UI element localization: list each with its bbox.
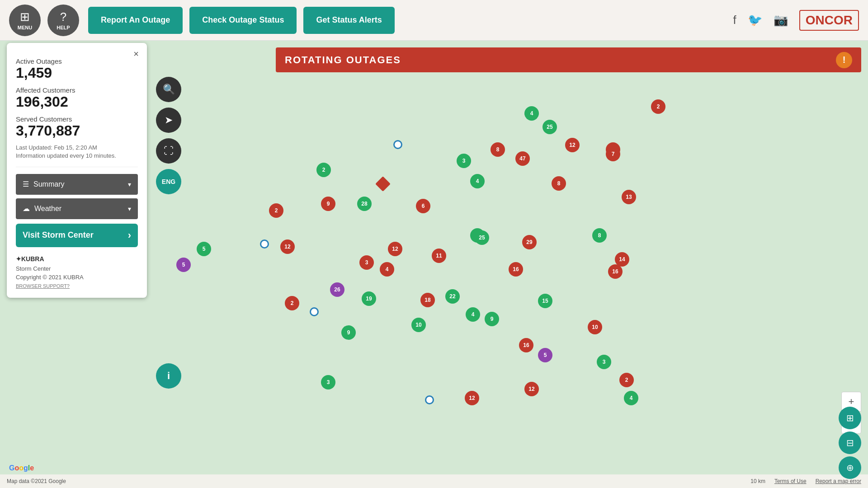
outage-marker[interactable]: 12 <box>388 242 402 256</box>
outage-marker[interactable]: 4 <box>380 262 394 277</box>
served-customers-label: Served Customers <box>16 115 138 123</box>
location-button[interactable]: ➤ <box>156 108 181 133</box>
active-outages-section: Active Outages 1,459 <box>16 57 138 81</box>
outage-marker[interactable]: 10 <box>411 318 426 332</box>
kubra-section: ✦KUBRA Storm Center Copyright © 2021 KUB… <box>16 254 138 289</box>
outage-marker[interactable]: 12 <box>280 239 295 254</box>
outage-marker[interactable]: 3 <box>597 355 611 369</box>
outage-marker[interactable]: 16 <box>608 264 623 279</box>
outage-marker[interactable]: 25 <box>475 230 489 245</box>
outage-marker[interactable]: 3 <box>359 255 374 270</box>
outage-marker[interactable]: 18 <box>420 293 435 307</box>
served-customers-section: Served Customers 3,770,887 <box>16 115 138 139</box>
language-button[interactable]: ENG <box>156 169 181 194</box>
outage-marker[interactable]: 2 <box>269 203 283 218</box>
outage-marker[interactable]: 2 <box>619 373 634 387</box>
outage-marker[interactable]: 25 <box>542 120 557 134</box>
fullscreen-button[interactable]: ⛶ <box>156 138 181 164</box>
google-logo: Google <box>9 464 34 472</box>
globe-icon: ⊕ <box>846 462 854 473</box>
outage-marker[interactable]: 12 <box>465 391 479 405</box>
outage-marker[interactable]: 2 <box>316 163 331 177</box>
outage-marker[interactable]: 16 <box>519 338 533 352</box>
browser-support-link[interactable]: BROWSER SUPPORT? <box>16 283 138 289</box>
outage-marker[interactable]: 22 <box>445 289 460 304</box>
weather-toggle-button[interactable]: ☁ Weather ▾ <box>16 198 138 219</box>
outage-marker[interactable]: 9 <box>341 325 356 340</box>
outage-marker[interactable]: 4 <box>524 106 539 121</box>
weather-arrow-icon: ▾ <box>128 205 131 212</box>
outage-marker[interactable]: 7 <box>606 147 620 161</box>
outage-marker[interactable]: 19 <box>362 291 376 306</box>
outage-marker[interactable]: 8 <box>592 228 607 243</box>
get-alerts-button[interactable]: Get Status Alerts <box>303 7 394 34</box>
twitter-icon[interactable]: 🐦 <box>748 13 762 27</box>
outage-marker[interactable]: 9 <box>485 312 499 326</box>
sidebar-close-button[interactable]: × <box>130 47 142 60</box>
check-status-button[interactable]: Check Outage Status <box>189 7 297 34</box>
outage-marker[interactable]: 11 <box>432 249 446 263</box>
info-icon: i <box>167 370 170 382</box>
instagram-icon[interactable]: 📷 <box>774 13 788 27</box>
outage-marker[interactable]: 3 <box>321 375 335 389</box>
grid-icon: ⊞ <box>20 10 30 24</box>
outage-marker[interactable]: 47 <box>515 151 530 166</box>
outage-marker[interactable]: 2 <box>285 296 299 310</box>
copyright-text: Copyright © 2021 KUBRA <box>16 274 138 281</box>
location-marker[interactable] <box>425 395 434 404</box>
outage-marker[interactable]: 28 <box>357 197 372 211</box>
outage-marker[interactable]: 15 <box>538 294 552 308</box>
outage-marker[interactable]: 5 <box>538 348 552 362</box>
outage-marker[interactable]: 2 <box>651 99 665 114</box>
header: ⊞ MENU ? HELP Report An Outage Check Out… <box>0 0 868 41</box>
outage-marker[interactable]: 4 <box>470 174 485 188</box>
outage-marker[interactable]: 10 <box>588 320 602 334</box>
search-icon: 🔍 <box>163 84 175 95</box>
help-button[interactable]: ? HELP <box>47 5 79 36</box>
outage-marker[interactable]: 16 <box>509 262 523 277</box>
header-left: ⊞ MENU ? HELP <box>9 5 79 36</box>
summary-label: Summary <box>33 180 123 188</box>
sidebar-panel: × Active Outages 1,459 Affected Customer… <box>7 43 147 298</box>
outage-marker[interactable]: 29 <box>522 235 537 249</box>
language-label: ENG <box>162 178 175 185</box>
map-data-label: Map data ©2021 Google <box>7 478 66 484</box>
outage-marker[interactable]: 5 <box>197 242 211 256</box>
sidebar-divider <box>16 167 138 167</box>
outage-marker[interactable]: 3 <box>457 154 471 168</box>
menu-button[interactable]: ⊞ MENU <box>9 5 41 36</box>
rotating-outages-banner: ROTATING OUTAGES ! <box>276 47 861 72</box>
location-marker[interactable] <box>393 140 402 149</box>
report-error-link[interactable]: Report a map error <box>816 478 861 484</box>
location-marker[interactable] <box>260 239 269 249</box>
facebook-icon[interactable]: f <box>733 13 736 27</box>
active-outages-label: Active Outages <box>16 57 138 65</box>
map-type-button[interactable]: ⊟ <box>839 432 861 454</box>
affected-customers-section: Affected Customers 196,302 <box>16 86 138 110</box>
terms-link[interactable]: Terms of Use <box>774 478 807 484</box>
globe-button[interactable]: ⊕ <box>839 456 861 479</box>
list-icon: ☰ <box>23 180 29 188</box>
outage-marker[interactable]: 5 <box>176 258 191 272</box>
location-marker[interactable] <box>310 307 319 316</box>
outage-marker[interactable]: 9 <box>321 197 335 211</box>
header-right: f 🐦 📷 ONCOR <box>733 10 859 31</box>
outage-marker[interactable]: 26 <box>330 282 344 297</box>
outage-marker[interactable]: 12 <box>524 382 539 396</box>
search-map-button[interactable]: 🔍 <box>156 77 181 102</box>
report-outage-button[interactable]: Report An Outage <box>88 7 183 34</box>
outage-marker[interactable]: 8 <box>491 142 505 157</box>
visit-storm-center-button[interactable]: Visit Storm Center › <box>16 224 138 247</box>
outage-marker[interactable]: 6 <box>416 199 430 213</box>
map-layer-controls: ⊞ ⊟ ⊕ <box>839 407 861 479</box>
outage-marker[interactable]: 12 <box>565 138 580 152</box>
outage-marker[interactable]: 13 <box>622 190 636 204</box>
outage-marker[interactable]: 4 <box>466 307 480 322</box>
rotating-banner-text: ROTATING OUTAGES <box>285 54 401 66</box>
summary-toggle-button[interactable]: ☰ Summary ▾ <box>16 174 138 195</box>
visit-storm-arrow-icon: › <box>128 230 131 241</box>
outage-marker[interactable]: 4 <box>624 391 638 405</box>
layers-button[interactable]: ⊞ <box>839 407 861 429</box>
info-button[interactable]: i <box>156 363 181 389</box>
outage-marker[interactable]: 8 <box>552 176 566 191</box>
